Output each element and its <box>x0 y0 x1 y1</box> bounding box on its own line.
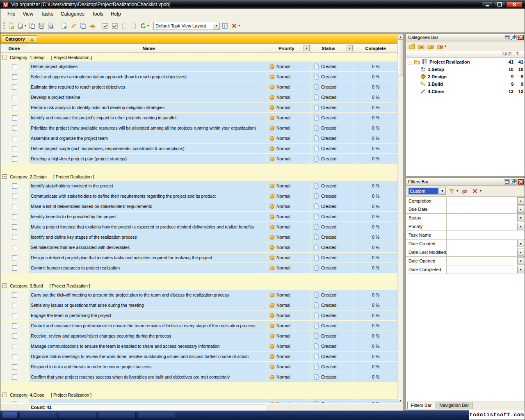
task-priority-cell[interactable]: Normal <box>267 201 310 211</box>
task-status-cell[interactable]: Created <box>311 191 354 201</box>
filter-dropdown-button[interactable]: ▼ <box>517 205 524 213</box>
layout-combo[interactable]: Default Task View Layout ▼ <box>153 22 220 30</box>
category-tree-item-project-realization[interactable]: −Project Realization4141 <box>406 58 525 66</box>
group-header-row[interactable]: −Category: 4.Close[ Project Realization … <box>0 390 397 399</box>
task-complete-cell[interactable]: 0 % <box>354 399 397 403</box>
task-priority-cell[interactable]: Normal <box>267 191 310 201</box>
task-complete-cell[interactable]: 0 % <box>354 331 397 341</box>
task-status-cell[interactable]: Created <box>311 263 354 273</box>
filter-value-field[interactable]: ▼ <box>447 257 525 265</box>
category-tree-item-1-setup[interactable]: 1.Setup1010 <box>406 66 525 73</box>
task-name-cell[interactable]: Organize status meetings to review the w… <box>29 352 267 361</box>
task-complete-cell[interactable]: 0 % <box>354 300 397 310</box>
task-checkbox[interactable] <box>12 95 17 100</box>
scroll-down-button[interactable]: ▼ <box>398 398 403 403</box>
task-name-cell[interactable]: Identify and measure the project's impac… <box>29 113 267 123</box>
task-status-cell[interactable]: Created <box>311 352 354 361</box>
edit-task-button[interactable] <box>68 21 78 30</box>
task-priority-cell[interactable]: Normal <box>267 290 310 300</box>
task-checkbox[interactable] <box>12 303 17 308</box>
panel-pin-button[interactable] <box>511 179 517 185</box>
task-status-cell[interactable]: Created <box>311 133 354 143</box>
collapse-icon[interactable]: − <box>2 174 7 179</box>
task-checkbox[interactable] <box>12 333 17 339</box>
task-checkbox[interactable] <box>12 265 17 271</box>
open-dropdown-icon[interactable]: ▾ <box>25 24 26 27</box>
task-priority-cell[interactable]: Normal <box>267 154 310 164</box>
refresh-dropdown-icon[interactable]: ▾ <box>147 24 149 27</box>
filter-preset-dropdown-icon[interactable]: ▼ <box>439 187 445 194</box>
panel-close-button[interactable] <box>518 35 524 40</box>
customize-layout-button[interactable] <box>220 21 229 30</box>
start-button[interactable] <box>2 412 18 419</box>
task-complete-cell[interactable]: 0 % <box>354 123 397 133</box>
column-header-name[interactable]: Name <box>29 44 267 52</box>
task-name-cell[interactable]: Control and measure team performance to … <box>29 321 267 331</box>
menu-item-categories[interactable]: Categories <box>57 10 88 18</box>
duplicate-task-button[interactable] <box>78 21 87 30</box>
filter-dropdown-button[interactable]: ▼ <box>517 214 524 221</box>
task-checkbox[interactable] <box>12 224 17 230</box>
go-to-task-button[interactable] <box>87 21 97 30</box>
filter-dropdown-button[interactable]: ▼ <box>517 249 524 256</box>
taskbar-button[interactable] <box>137 412 175 418</box>
task-complete-cell[interactable]: 0 % <box>354 372 397 382</box>
task-priority-cell[interactable]: Normal <box>267 123 310 133</box>
menu-item-help[interactable]: Help <box>107 10 125 18</box>
filter-dropdown-button[interactable]: ▼ <box>517 223 524 230</box>
task-status-cell[interactable]: Created <box>311 372 354 382</box>
task-complete-cell[interactable]: 0 % <box>354 191 397 201</box>
task-name-cell[interactable]: Respond to risks and threats in order to… <box>29 362 267 372</box>
apply-filter-button[interactable] <box>447 186 456 196</box>
task-name-cell[interactable]: Develop a high-level project plan (proje… <box>29 154 267 164</box>
task-name-cell[interactable]: Prioritize the project (how available re… <box>29 123 267 133</box>
total-column-header[interactable]: T... <box>515 51 525 57</box>
scrollbar-thumb[interactable] <box>398 39 403 75</box>
task-complete-cell[interactable]: 0 % <box>354 222 397 232</box>
task-complete-cell[interactable]: 0 % <box>354 113 397 123</box>
column-header-done[interactable]: Done <box>0 44 28 52</box>
task-complete-cell[interactable]: 0 % <box>354 201 397 211</box>
tab-navigation-bar[interactable]: Navigation Bar <box>436 402 472 409</box>
task-priority-cell[interactable]: Normal <box>267 144 310 153</box>
task-priority-cell[interactable]: Normal <box>267 103 310 112</box>
category-tree-item-3-build[interactable]: 3.Build99 <box>406 80 525 88</box>
task-name-cell[interactable]: Communicate with stakeholders to define … <box>29 191 267 201</box>
column-header-status[interactable]: Status ▼ <box>311 44 354 52</box>
collapse-icon[interactable]: − <box>2 393 7 397</box>
task-name-cell[interactable]: Estimate time required to reach project … <box>29 82 267 92</box>
task-name-cell[interactable]: Receive, review and approve/reject chang… <box>29 331 267 341</box>
task-checkbox[interactable] <box>12 183 17 189</box>
collapse-icon[interactable]: − <box>2 283 7 288</box>
group-header-row[interactable]: −Category: 2.Design[ Project Realization… <box>0 172 397 181</box>
task-complete-cell[interactable]: 0 % <box>354 154 397 164</box>
task-name-cell[interactable]: Develop a project timeline <box>29 92 267 102</box>
task-name-cell[interactable]: Identify and define key stages of the re… <box>29 232 267 242</box>
task-status-cell[interactable]: Created <box>311 92 354 102</box>
scroll-up-button[interactable]: ▲ <box>398 34 403 39</box>
task-complete-cell[interactable]: 0 % <box>354 232 397 242</box>
print-preview-button[interactable] <box>46 21 55 30</box>
apply-filter-dropdown-icon[interactable]: ▾ <box>457 189 458 193</box>
task-priority-cell[interactable]: Normal <box>267 222 310 232</box>
task-status-cell[interactable]: Created <box>311 181 354 191</box>
task-priority-cell[interactable]: Normal <box>267 212 310 221</box>
task-priority-cell[interactable]: Normal <box>267 181 310 191</box>
task-priority-cell[interactable]: Normal <box>267 62 310 71</box>
task-status-cell[interactable]: Created <box>311 222 354 232</box>
task-status-cell[interactable]: Created <box>311 399 354 403</box>
group-header-row[interactable]: −Category: 1.Setup[ Project Realization … <box>0 53 397 62</box>
filter-value-field[interactable]: ▼ <box>447 214 525 222</box>
filter-dropdown-button[interactable]: ▼ <box>517 266 524 273</box>
mark-incomplete-button[interactable] <box>110 21 119 30</box>
task-checkbox[interactable] <box>12 354 17 359</box>
task-name-cell[interactable]: Design a detailed project plan that incl… <box>29 253 267 262</box>
maximize-button[interactable] <box>494 2 505 8</box>
task-priority-cell[interactable]: Normal <box>267 253 310 262</box>
group-by-category-button[interactable]: Category △ <box>2 35 37 43</box>
panel-restore-button[interactable] <box>504 35 510 40</box>
task-status-cell[interactable]: Created <box>311 212 354 221</box>
task-priority-cell[interactable]: Normal <box>267 310 310 320</box>
task-status-cell[interactable]: Created <box>311 253 354 262</box>
task-status-cell[interactable]: Created <box>311 321 354 331</box>
